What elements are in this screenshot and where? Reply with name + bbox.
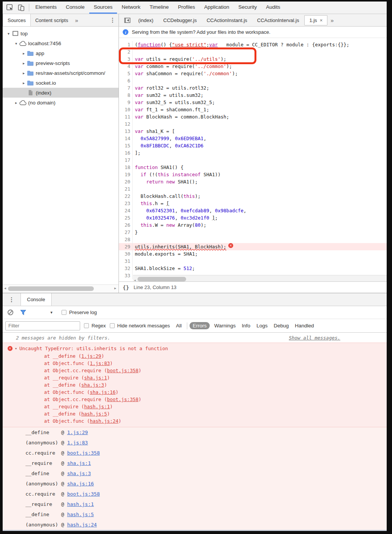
line-number[interactable]: 28: [119, 236, 133, 243]
line-number[interactable]: 20: [119, 178, 133, 185]
tab-console[interactable]: Console: [61, 2, 89, 14]
line-number[interactable]: 2: [119, 48, 133, 55]
line-number[interactable]: 17: [119, 156, 133, 164]
stack-trace-link[interactable]: hash.js:5: [81, 411, 107, 417]
tree-item-top[interactable]: ▾top: [3, 28, 119, 38]
line-number[interactable]: 18: [119, 164, 133, 171]
editor-horizontal-scrollbar[interactable]: ◂: [133, 275, 387, 281]
line-number[interactable]: 15: [119, 142, 133, 149]
pretty-print-icon[interactable]: {}: [123, 284, 129, 291]
expand-caret-icon[interactable]: ▾: [15, 346, 17, 351]
frame-source-link[interactable]: hash.js:5: [67, 512, 94, 517]
tab-sources[interactable]: Sources: [89, 2, 117, 14]
drawer-menu-icon[interactable]: ⋮: [3, 293, 21, 306]
line-number[interactable]: 4: [119, 63, 133, 70]
hide-network-label[interactable]: Hide network messages: [117, 323, 170, 329]
line-number[interactable]: 6: [119, 77, 133, 84]
line-number[interactable]: 32: [119, 265, 133, 272]
line-number[interactable]: 9: [119, 99, 133, 106]
inspect-element-icon[interactable]: [6, 4, 14, 12]
tree-item-app[interactable]: ▸app: [3, 48, 119, 58]
stack-trace-link[interactable]: 1.js:83: [90, 360, 110, 366]
tree-item-res-raw-assets-script-common-[interactable]: ▸res/raw-assets/script/common/: [3, 68, 119, 78]
stack-trace-link[interactable]: hash.js:24: [90, 418, 119, 424]
line-number[interactable]: 14: [119, 135, 133, 142]
filter-input[interactable]: [5, 321, 80, 330]
scroll-right-icon[interactable]: ▸: [114, 286, 116, 290]
disclosure-closed-icon[interactable]: ▸: [21, 61, 27, 65]
file-tab--index-[interactable]: (index): [134, 14, 158, 26]
frame-source-link[interactable]: boot.js:358: [67, 491, 100, 497]
stack-trace-link[interactable]: sha.js:1: [84, 375, 107, 381]
line-number[interactable]: 33: [119, 272, 133, 279]
tab-profiles[interactable]: Profiles: [173, 2, 199, 14]
preserve-log-checkbox[interactable]: [62, 310, 66, 315]
navigator-scrollbar-thumb[interactable]: [8, 286, 94, 291]
tree-item-socket-io[interactable]: ▸socket.io: [3, 78, 119, 88]
dropdown-caret-icon[interactable]: ▼: [50, 311, 53, 314]
show-all-messages-link[interactable]: Show all messages.: [289, 335, 340, 341]
disclosure-closed-icon[interactable]: ▸: [21, 81, 27, 85]
level-filter-errors[interactable]: Errors: [190, 322, 210, 329]
line-number[interactable]: 22: [119, 193, 133, 200]
tab-audits[interactable]: Audits: [261, 2, 285, 14]
line-number[interactable]: 16: [119, 149, 133, 156]
editor-scrollbar-thumb[interactable]: [138, 277, 186, 281]
disclosure-open-icon[interactable]: ▾: [6, 32, 11, 36]
file-tab-ccdebugger-js[interactable]: CCDebugger.js: [159, 14, 201, 26]
line-number[interactable]: 3: [119, 55, 133, 63]
more-tabs-icon[interactable]: »: [328, 17, 336, 24]
filter-funnel-icon[interactable]: [20, 310, 26, 315]
frame-source-link[interactable]: 1.js:29: [67, 430, 88, 435]
line-number[interactable]: 27: [119, 229, 133, 236]
disclosure-closed-icon[interactable]: ▸: [13, 101, 19, 105]
tab-elements[interactable]: Elements: [31, 2, 61, 14]
line-number[interactable]: 26: [119, 221, 133, 229]
line-number[interactable]: 12: [119, 120, 133, 128]
stack-trace-link[interactable]: sha.js:3: [81, 382, 104, 388]
regex-label[interactable]: Regex: [92, 323, 106, 329]
panel-tab-content-scripts[interactable]: Content scripts: [31, 14, 73, 26]
line-number[interactable]: 8: [119, 92, 133, 99]
file-tab-ccactioninstant-js[interactable]: CCActionInstant.js: [202, 14, 252, 26]
clear-console-icon[interactable]: [8, 310, 13, 315]
line-number[interactable]: 29: [119, 243, 133, 250]
more-panels-icon[interactable]: »: [73, 14, 80, 26]
line-number[interactable]: 7: [119, 84, 133, 92]
code-editor[interactable]: 1(function() {"use strict";var module = …: [119, 38, 387, 281]
preserve-log-label[interactable]: Preserve log: [69, 310, 97, 315]
line-number[interactable]: 1: [119, 41, 133, 48]
level-filter-debug[interactable]: Debug: [270, 322, 292, 329]
frame-source-link[interactable]: hash.js:24: [67, 522, 97, 528]
frame-source-link[interactable]: sha.js:1: [67, 460, 91, 466]
tree-item-preview-scripts[interactable]: ▸preview-scripts: [3, 58, 119, 68]
file-tab-ccactioninterval-js[interactable]: CCActionInterval.js: [253, 14, 304, 26]
frame-source-link[interactable]: sha.js:16: [67, 481, 94, 487]
tab-console[interactable]: Console: [21, 293, 52, 306]
level-filter-info[interactable]: Info: [239, 322, 254, 329]
frame-source-link[interactable]: hash.js:1: [67, 501, 94, 507]
scroll-left-icon[interactable]: ◂: [4, 286, 6, 290]
stack-trace-link[interactable]: boot.js:358: [107, 368, 139, 373]
line-number[interactable]: 25: [119, 214, 133, 221]
level-filter-handled[interactable]: Handled: [292, 322, 317, 329]
line-number[interactable]: 11: [119, 113, 133, 120]
frame-source-link[interactable]: sha.js:3: [67, 471, 91, 476]
hide-network-checkbox[interactable]: [110, 323, 115, 328]
line-number[interactable]: 30: [119, 250, 133, 258]
line-number[interactable]: 19: [119, 171, 133, 178]
level-filter-all[interactable]: All: [173, 322, 185, 329]
disclosure-closed-icon[interactable]: ▸: [21, 51, 27, 55]
level-filter-logs[interactable]: Logs: [253, 322, 270, 329]
frame-source-link[interactable]: boot.js:358: [67, 450, 100, 456]
tab-network[interactable]: Network: [117, 2, 145, 14]
line-number[interactable]: 13: [119, 128, 133, 135]
line-number[interactable]: 10: [119, 106, 133, 113]
navigator-horizontal-scrollbar[interactable]: ◂ ▸: [3, 284, 119, 293]
hide-navigator-icon[interactable]: [124, 17, 131, 23]
disclosure-closed-icon[interactable]: ▸: [21, 71, 27, 75]
tab-security[interactable]: Security: [234, 2, 261, 14]
line-number[interactable]: 5: [119, 70, 133, 77]
stack-trace-link[interactable]: boot.js:358: [107, 397, 139, 402]
device-toolbar-icon[interactable]: [17, 4, 25, 12]
